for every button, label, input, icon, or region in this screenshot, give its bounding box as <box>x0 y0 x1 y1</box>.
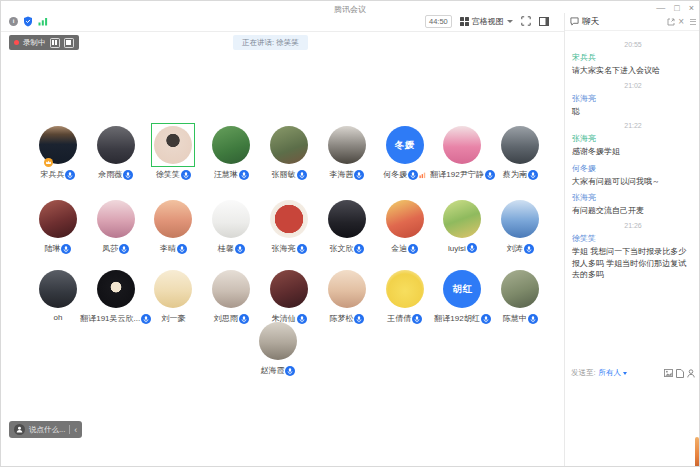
mic-icon <box>65 170 75 180</box>
stop-recording-button[interactable] <box>64 38 74 48</box>
participant-tile[interactable]: 凤莎 <box>87 197 145 254</box>
participant-tile[interactable]: oh <box>29 267 87 324</box>
chevron-down-icon <box>623 372 627 375</box>
participant-tile[interactable]: 李晴 <box>145 197 203 254</box>
participant-name-row: 李海茜 <box>329 169 364 180</box>
fullscreen-icon[interactable] <box>521 16 531 26</box>
participant-tile[interactable]: 李海茜 <box>318 123 376 180</box>
chat-message: 张海亮聪 <box>572 93 694 118</box>
avatar-frame <box>209 267 253 311</box>
info-icon[interactable]: i <box>9 17 18 26</box>
chat-sender-name: 张海亮 <box>572 93 694 104</box>
window-title: 腾讯会议 <box>334 4 366 15</box>
participant-tile[interactable]: 翻译191吴云欣... <box>87 267 145 324</box>
avatar-frame <box>36 267 80 311</box>
mic-icon <box>297 170 307 180</box>
participant-tile[interactable]: 张丽敏 <box>260 123 318 180</box>
chat-sender-name: 宋兵兵 <box>572 52 694 63</box>
participant-tile[interactable]: luyisi <box>434 197 492 254</box>
avatar-frame <box>36 123 80 167</box>
participant-tile[interactable]: 陈慧中 <box>491 267 549 324</box>
chat-input-area[interactable] <box>565 382 700 467</box>
participant-name: 凤莎 <box>102 243 118 254</box>
participant-tile[interactable]: 张文欣 <box>318 197 376 254</box>
mic-icon <box>177 244 187 254</box>
participant-tile[interactable]: 张海亮 <box>260 197 318 254</box>
participant-tile[interactable]: 冬媛何冬媛 <box>376 123 434 180</box>
recording-dot-icon <box>14 40 19 45</box>
participant-avatar <box>97 200 135 238</box>
avatar-frame <box>151 267 195 311</box>
view-mode-label: 宫格视图 <box>472 16 504 27</box>
mic-icon <box>354 244 364 254</box>
mic-icon <box>297 244 307 254</box>
avatar-frame <box>325 197 369 241</box>
mic-icon <box>119 244 129 254</box>
host-badge-icon <box>44 158 53 167</box>
chat-message-text: 感谢冬媛学姐 <box>572 146 694 158</box>
participant-name: 陆琳 <box>44 243 60 254</box>
shield-icon[interactable] <box>23 16 33 27</box>
avatar-frame <box>498 123 542 167</box>
menu-icon[interactable] <box>690 19 696 25</box>
participant-avatar <box>154 270 192 308</box>
participant-avatar <box>386 200 424 238</box>
popout-icon[interactable] <box>667 18 675 26</box>
network-signal-icon[interactable] <box>38 17 48 26</box>
participant-tile[interactable]: 朱清仙 <box>260 267 318 324</box>
participant-avatar <box>386 270 424 308</box>
mic-icon <box>235 244 245 254</box>
participant-tile[interactable]: 宋兵兵 <box>29 123 87 180</box>
participant-tile[interactable]: 汪慧琳 <box>202 123 260 180</box>
mention-person-icon[interactable] <box>687 369 695 378</box>
chevron-down-icon <box>507 20 513 23</box>
participant-name: 李海茜 <box>329 169 353 180</box>
chat-message: 宋兵兵请大家实名下进入会议哈 <box>572 52 694 77</box>
speaking-text: 正在讲话: 徐笑笑 <box>242 38 299 48</box>
chat-header: 聊天 × <box>565 13 700 31</box>
participant-tile[interactable]: 王倩倩 <box>376 267 434 324</box>
chat-timestamp: 21:26 <box>572 222 694 229</box>
side-panel-icon[interactable] <box>539 17 549 26</box>
collapse-arrow-icon[interactable]: ‹ <box>74 425 77 435</box>
mic-icon <box>123 170 133 180</box>
participant-tile[interactable]: 陈梦松 <box>318 267 376 324</box>
send-to-select[interactable]: 所有人 <box>599 368 628 378</box>
grid-view-icon <box>460 17 469 26</box>
chat-close-icon[interactable]: × <box>678 17 684 27</box>
screenshot-icon[interactable] <box>664 369 673 377</box>
chat-sender-name: 张海亮 <box>572 133 694 144</box>
participant-tile[interactable]: 刘思雨 <box>202 267 260 324</box>
avatar-frame: 胡红 <box>440 267 484 311</box>
participant-tile[interactable]: 陆琳 <box>29 197 87 254</box>
participant-tile[interactable]: 桂馨 <box>202 197 260 254</box>
quick-chat-pill[interactable]: 说点什么... ‹ <box>9 421 82 438</box>
volume-signal-icon <box>419 171 426 179</box>
participant-name-row: 佘雨薇 <box>98 169 133 180</box>
participant-avatar <box>212 270 250 308</box>
participant-avatar <box>154 126 192 164</box>
participant-avatar: 冬媛 <box>386 126 424 164</box>
participant-tile[interactable]: 赵海霞 <box>249 319 307 376</box>
participant-name: 徐笑笑 <box>156 169 180 180</box>
participant-tile[interactable]: 胡红翻译192胡红 <box>434 267 492 324</box>
participant-tile[interactable]: 徐笑笑 <box>145 123 203 180</box>
file-icon[interactable] <box>676 369 684 378</box>
participant-tile[interactable]: 佘雨薇 <box>87 123 145 180</box>
pause-recording-button[interactable] <box>50 38 60 48</box>
participant-tile[interactable]: 蔡为南 <box>491 123 549 180</box>
participant-tile[interactable]: 刘涛 <box>491 197 549 254</box>
participant-name: 张丽敏 <box>272 169 296 180</box>
chat-message-list[interactable]: 20:55宋兵兵请大家实名下进入会议哈21:02张海亮聪21:22张海亮感谢冬媛… <box>565 33 700 363</box>
participant-tile[interactable]: 金迪 <box>376 197 434 254</box>
mic-icon <box>528 170 538 180</box>
chat-title: 聊天 <box>582 16 599 28</box>
participant-tile[interactable]: 翻译192尹宁静 <box>434 123 492 180</box>
quick-chat-placeholder[interactable]: 说点什么... <box>29 425 65 435</box>
participant-tile[interactable]: 刘一豪 <box>145 267 203 324</box>
view-mode-select[interactable]: 宫格视图 <box>460 16 513 27</box>
mic-icon <box>408 244 418 254</box>
recording-label: 录制中 <box>23 38 46 48</box>
mic-icon <box>524 244 534 254</box>
avatar-frame: 冬媛 <box>383 123 427 167</box>
